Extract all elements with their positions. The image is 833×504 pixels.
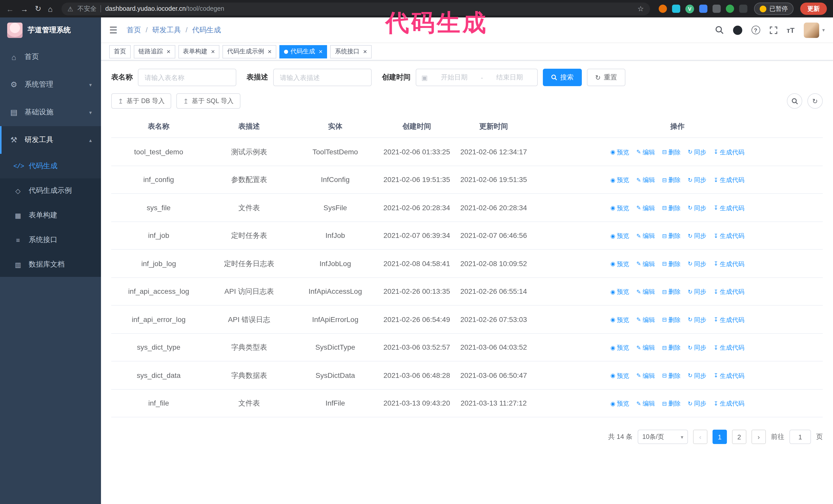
tab-trace[interactable]: 链路追踪 × <box>134 45 175 58</box>
sync-link[interactable]: ↻同步 <box>688 146 706 158</box>
preview-link[interactable]: ◉预览 <box>611 146 629 158</box>
address-bar[interactable]: ⚠ 不安全 dashboard.yudao.iocoder.cn/tool/co… <box>61 2 650 15</box>
date-range-picker[interactable]: ▣ 开始日期 - 结束日期 <box>416 69 538 86</box>
generate-code-link[interactable]: ↧生成代码 <box>714 202 744 214</box>
sidebar-item-infra[interactable]: ▤ 基础设施 ▾ <box>0 98 101 126</box>
preview-link[interactable]: ◉预览 <box>611 370 629 381</box>
sync-link[interactable]: ↻同步 <box>688 286 706 297</box>
edit-link[interactable]: ✎编辑 <box>636 314 655 325</box>
sidebar-item-codegen-example[interactable]: ◇ 代码生成示例 <box>0 178 101 203</box>
browser-update-button[interactable]: 更新 <box>800 3 827 15</box>
date-start-placeholder[interactable]: 开始日期 <box>432 73 477 82</box>
preview-link[interactable]: ◉预览 <box>611 230 629 241</box>
extension-icon-3[interactable] <box>699 5 708 13</box>
close-icon[interactable]: × <box>363 48 367 55</box>
browser-back-icon[interactable]: ← <box>6 4 14 13</box>
user-menu[interactable]: ▾ <box>804 22 825 38</box>
page-button-1[interactable]: 1 <box>713 430 727 444</box>
preview-link[interactable]: ◉预览 <box>611 258 629 269</box>
preview-link[interactable]: ◉预览 <box>611 202 629 214</box>
date-end-placeholder[interactable]: 结束日期 <box>487 73 532 82</box>
delete-link[interactable]: ⊟删除 <box>662 398 681 409</box>
edit-link[interactable]: ✎编辑 <box>636 370 655 381</box>
tab-api[interactable]: 系统接口 × <box>330 45 372 58</box>
breadcrumb-home[interactable]: 首页 <box>127 25 141 34</box>
prev-page-button[interactable]: ‹ <box>693 430 708 444</box>
sync-link[interactable]: ↻同步 <box>688 230 706 241</box>
edit-link[interactable]: ✎编辑 <box>636 342 655 353</box>
import-db-button[interactable]: ↥ 基于 DB 导入 <box>111 93 171 109</box>
preview-link[interactable]: ◉预览 <box>611 314 629 325</box>
search-icon[interactable] <box>715 26 723 34</box>
security-label[interactable]: 不安全 <box>77 4 97 13</box>
generate-code-link[interactable]: ↧生成代码 <box>714 174 744 186</box>
sync-link[interactable]: ↻同步 <box>688 314 706 325</box>
preview-link[interactable]: ◉预览 <box>611 286 629 297</box>
delete-link[interactable]: ⊟删除 <box>662 286 681 297</box>
bookmark-star-icon[interactable]: ☆ <box>638 5 644 13</box>
generate-code-link[interactable]: ↧生成代码 <box>714 314 744 325</box>
generate-code-link[interactable]: ↧生成代码 <box>714 146 744 158</box>
edit-link[interactable]: ✎编辑 <box>636 258 655 269</box>
refresh-table-button[interactable]: ↻ <box>807 93 823 109</box>
generate-code-link[interactable]: ↧生成代码 <box>714 398 744 409</box>
vue-devtools-icon[interactable]: V <box>685 4 694 13</box>
goto-page-input[interactable] <box>789 430 811 444</box>
browser-home-icon[interactable]: ⌂ <box>48 4 52 13</box>
edit-link[interactable]: ✎编辑 <box>636 174 655 186</box>
next-page-button[interactable]: › <box>752 430 766 444</box>
tab-home[interactable]: 首页 <box>109 45 131 58</box>
preview-link[interactable]: ◉预览 <box>611 398 629 409</box>
page-size-select[interactable]: 10条/页 ▾ <box>638 430 688 444</box>
sync-link[interactable]: ↻同步 <box>688 174 706 186</box>
puzzle-extension-icon[interactable] <box>739 5 747 13</box>
font-size-icon[interactable]: тT <box>787 26 794 34</box>
edit-link[interactable]: ✎编辑 <box>636 230 655 241</box>
generate-code-link[interactable]: ↧生成代码 <box>714 342 744 353</box>
help-icon[interactable]: ? <box>751 26 760 34</box>
breadcrumb-devtools[interactable]: 研发工具 <box>152 25 181 34</box>
browser-forward-icon[interactable]: → <box>21 4 28 13</box>
paused-badge[interactable]: 已暂停 <box>754 3 793 15</box>
delete-link[interactable]: ⊟删除 <box>662 258 681 269</box>
search-button[interactable]: 搜索 <box>543 69 582 86</box>
reset-button[interactable]: ↻ 重置 <box>587 69 625 86</box>
sidebar-item-form-builder[interactable]: ▦ 表单构建 <box>0 203 101 227</box>
preview-link[interactable]: ◉预览 <box>611 342 629 353</box>
delete-link[interactable]: ⊟删除 <box>662 230 681 241</box>
sidebar-item-devtools[interactable]: ⚒ 研发工具 ▴ <box>0 126 101 154</box>
delete-link[interactable]: ⊟删除 <box>662 314 681 325</box>
sidebar-item-db-doc[interactable]: ▥ 数据库文档 <box>0 252 101 277</box>
sidebar-item-system[interactable]: ⚙ 系统管理 ▾ <box>0 71 101 98</box>
github-icon[interactable] <box>733 25 742 34</box>
page-button-2[interactable]: 2 <box>732 430 746 444</box>
url-text[interactable]: dashboard.yudao.iocoder.cn/tool/codegen <box>105 5 224 12</box>
extension-icon-5[interactable] <box>726 5 734 13</box>
delete-link[interactable]: ⊟删除 <box>662 370 681 381</box>
sync-link[interactable]: ↻同步 <box>688 370 706 381</box>
delete-link[interactable]: ⊟删除 <box>662 146 681 158</box>
close-icon[interactable]: × <box>319 48 323 55</box>
generate-code-link[interactable]: ↧生成代码 <box>714 230 744 241</box>
browser-reload-icon[interactable]: ↻ <box>35 4 41 13</box>
edit-link[interactable]: ✎编辑 <box>636 398 655 409</box>
generate-code-link[interactable]: ↧生成代码 <box>714 258 744 269</box>
delete-link[interactable]: ⊟删除 <box>662 202 681 214</box>
edit-link[interactable]: ✎编辑 <box>636 146 655 158</box>
generate-code-link[interactable]: ↧生成代码 <box>714 370 744 381</box>
tab-form-builder[interactable]: 表单构建 × <box>178 45 219 58</box>
sync-link[interactable]: ↻同步 <box>688 258 706 269</box>
extension-icon-2[interactable] <box>672 5 680 13</box>
sidebar-item-codegen[interactable]: </> 代码生成 <box>0 154 101 178</box>
generate-code-link[interactable]: ↧生成代码 <box>714 286 744 297</box>
sync-link[interactable]: ↻同步 <box>688 342 706 353</box>
toggle-search-button[interactable] <box>787 93 802 109</box>
delete-link[interactable]: ⊟删除 <box>662 342 681 353</box>
tab-codegen-example[interactable]: 代码生成示例 × <box>222 45 276 58</box>
extension-icon-4[interactable] <box>713 5 721 13</box>
extension-icon-1[interactable] <box>659 5 667 13</box>
hamburger-icon[interactable]: ☰ <box>109 24 117 35</box>
edit-link[interactable]: ✎编辑 <box>636 286 655 297</box>
table-desc-input[interactable] <box>273 69 372 86</box>
sidebar-item-home[interactable]: ⌂ 首页 <box>0 43 101 71</box>
